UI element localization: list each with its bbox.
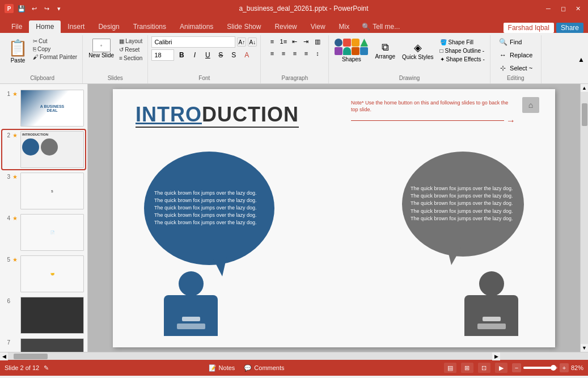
blue-bubble: The quick brown fox jumps over the lazy … (144, 152, 274, 265)
replace-icon: ↔ (498, 51, 507, 60)
tab-home[interactable]: Home (29, 20, 61, 33)
reset-button[interactable]: ↺ Reset (117, 46, 144, 53)
user-button[interactable]: Farshad Iqbal (504, 23, 554, 33)
format-painter-button[interactable]: 🖌 Format Painter (31, 53, 79, 61)
scroll-up-button[interactable]: ▲ (581, 84, 589, 92)
new-slide-button[interactable]: + New Slide (86, 36, 116, 61)
scroll-down-button[interactable]: ▼ (581, 344, 589, 352)
font-name-input[interactable] (151, 36, 235, 48)
shape-diamond[interactable] (335, 47, 342, 55)
h-scroll-thumb[interactable] (14, 354, 48, 359)
layout-button[interactable]: ▦ Layout (117, 37, 144, 45)
shape-circle[interactable] (335, 39, 342, 47)
bold-button[interactable]: B (176, 49, 187, 61)
align-right-button[interactable]: ≡ (290, 48, 300, 58)
ribbon-tabs: File Home Insert Design Transitions Anim… (0, 17, 588, 33)
drawing-group: Shapes ⧉ Arrange ◈ Quick Styles 🪣 Shape … (329, 35, 490, 83)
align-center-button[interactable]: ≡ (278, 48, 289, 58)
arrange-area[interactable]: ⧉ Arrange (373, 39, 397, 62)
drawing-sub-buttons: 🪣 Shape Fill □ Shape Outline - ✦ Shape E… (438, 39, 487, 63)
normal-view-button[interactable]: ▤ (444, 363, 456, 373)
select-button[interactable]: ⊹ Select ~ (496, 62, 535, 74)
quick-access-dropdown[interactable]: ▾ (53, 3, 65, 14)
increase-indent-button[interactable]: ⇥ (301, 36, 311, 47)
tab-tellme[interactable]: 🔍 Tell me... (356, 20, 405, 33)
share-button[interactable]: Share (556, 23, 583, 33)
zoom-in-button[interactable]: + (560, 363, 569, 372)
redo-button[interactable]: ↪ (41, 3, 52, 14)
zoom-slider[interactable] (523, 367, 557, 369)
line-spacing-button[interactable]: ↕ (312, 48, 323, 58)
font-color-button[interactable]: A (241, 49, 252, 61)
strikethrough-button[interactable]: S (215, 49, 226, 61)
restore-button[interactable]: ◻ (557, 3, 569, 14)
shape-semicircle[interactable] (343, 47, 351, 55)
copy-button[interactable]: ⎘ Copy (31, 45, 79, 53)
tab-mix[interactable]: Mix (332, 20, 357, 33)
tab-slideshow[interactable]: Slide Show (220, 20, 268, 33)
shadow-button[interactable]: S (228, 49, 239, 61)
h-scroll-left-button[interactable]: ◀ (0, 352, 8, 360)
tab-animations[interactable]: Animations (173, 20, 220, 33)
slide-canvas[interactable]: INTRODUCTION Note* Use the home button o… (113, 89, 555, 347)
replace-button[interactable]: ↔ Replace (496, 49, 535, 61)
numbering-button[interactable]: 1≡ (278, 36, 289, 47)
blue-person (164, 271, 218, 336)
undo-button[interactable]: ↩ (28, 3, 40, 14)
h-scroll-right-button[interactable]: ▶ (492, 352, 500, 360)
tab-design[interactable]: Design (91, 20, 126, 33)
decrease-indent-button[interactable]: ⇤ (290, 36, 300, 47)
cut-button[interactable]: ✂ Cut (31, 37, 79, 45)
font-size-decrease[interactable]: A↓ (248, 37, 257, 47)
paste-button[interactable]: 📋 Paste (6, 36, 30, 66)
scroll-thumb[interactable] (582, 103, 587, 126)
shape-fill-button[interactable]: 🪣 Shape Fill (438, 39, 487, 46)
shape-rect[interactable] (343, 39, 351, 47)
blue-card (177, 324, 205, 329)
justify-button[interactable]: ≡ (301, 48, 311, 58)
tab-transitions[interactable]: Transitions (126, 20, 173, 33)
edit-icon: ✎ (44, 364, 49, 372)
section-button[interactable]: ≡ Section (117, 54, 144, 62)
slide-sorter-button[interactable]: ⊞ (461, 363, 473, 373)
slideshow-button[interactable]: ▶ (495, 363, 507, 373)
italic-button[interactable]: I (189, 49, 200, 61)
tab-view[interactable]: View (304, 20, 332, 33)
ribbon-collapse[interactable]: ▲ (577, 35, 586, 83)
slide-thumb-3[interactable]: 3 ★ $ (2, 171, 85, 211)
shapes-area[interactable]: Shapes (332, 36, 370, 65)
shape-arrow[interactable] (360, 47, 368, 55)
find-button[interactable]: 🔍 Find (496, 36, 535, 48)
slide-thumb-5[interactable]: 5 ★ 🤝 (2, 254, 85, 293)
slide-thumb-6[interactable]: 6 (2, 296, 85, 335)
underline-button[interactable]: U (202, 49, 213, 61)
slide-img-2: INTRODUCTION (20, 131, 84, 168)
notes-button[interactable]: 📝 Notes (205, 363, 239, 373)
shape-effects-button[interactable]: ✦ Shape Effects - (438, 56, 487, 63)
comments-button[interactable]: 💬 Comments (240, 363, 287, 373)
bullets-button[interactable]: ≡ (267, 36, 277, 47)
zoom-knob[interactable] (551, 365, 556, 371)
font-size-increase[interactable]: A↑ (237, 37, 246, 47)
font-size-input[interactable] (151, 49, 174, 61)
home-icon[interactable]: ⌂ (522, 97, 539, 113)
shape-outline-button[interactable]: □ Shape Outline - (438, 47, 487, 54)
slide-thumb-7[interactable]: 7 (2, 337, 85, 352)
shape-rounded[interactable] (352, 39, 359, 47)
tab-insert[interactable]: Insert (61, 20, 91, 33)
minimize-button[interactable]: ─ (543, 3, 554, 14)
align-left-button[interactable]: ≡ (267, 48, 277, 58)
zoom-out-button[interactable]: − (512, 363, 521, 372)
shape-pentagon[interactable] (352, 47, 359, 55)
tab-file[interactable]: File (5, 20, 29, 33)
tab-review[interactable]: Review (268, 20, 303, 33)
close-button[interactable]: ✕ (572, 3, 583, 14)
columns-button[interactable]: ▥ (312, 36, 323, 47)
slide-thumb-2[interactable]: 2 ★ INTRODUCTION (2, 130, 85, 169)
save-button[interactable]: 💾 (16, 3, 27, 14)
slide-thumb-1[interactable]: 1 ★ A BUSINESSDEAL (2, 89, 85, 128)
slide-thumb-4[interactable]: 4 ★ 📄 (2, 213, 85, 252)
reading-view-button[interactable]: ⊡ (478, 363, 490, 373)
shape-triangle[interactable] (360, 39, 368, 47)
quick-styles-area[interactable]: ◈ Quick Styles (400, 39, 436, 62)
